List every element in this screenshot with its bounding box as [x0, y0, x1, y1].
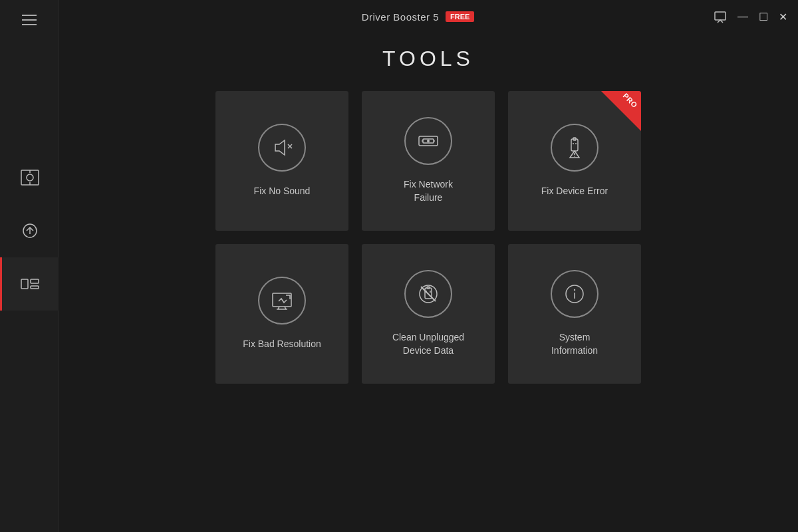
title-bar: Driver Booster 5 FREE — ☐ ✕ — [59, 0, 798, 33]
clean-device-icon — [404, 270, 452, 318]
svg-rect-8 — [31, 286, 39, 289]
tool-clean-unplugged[interactable]: Clean UnpluggedDevice Data — [362, 244, 495, 384]
main-content: Driver Booster 5 FREE — ☐ ✕ TOOLS — [59, 0, 798, 532]
svg-point-1 — [27, 174, 33, 181]
hamburger-icon — [22, 15, 37, 25]
clean-unplugged-label: Clean UnpluggedDevice Data — [392, 331, 464, 357]
sidebar-item-settings[interactable] — [0, 151, 59, 204]
sound-off-icon — [258, 124, 306, 172]
tool-fix-no-sound[interactable]: Fix No Sound — [215, 91, 348, 231]
tools-icon — [18, 272, 42, 296]
fix-bad-resolution-label: Fix Bad Resolution — [243, 338, 321, 351]
minimize-button[interactable]: — — [737, 11, 748, 23]
svg-point-37 — [574, 289, 575, 291]
page-title: TOOLS — [59, 47, 798, 71]
system-information-label: SystemInformation — [551, 331, 598, 357]
fix-network-label: Fix NetworkFailure — [404, 178, 453, 204]
svg-point-24 — [574, 156, 575, 157]
tool-system-information[interactable]: SystemInformation — [508, 244, 641, 384]
svg-rect-9 — [715, 12, 726, 20]
fix-no-sound-label: Fix No Sound — [254, 185, 311, 198]
close-button[interactable]: ✕ — [779, 11, 787, 23]
app-title: Driver Booster 5 — [362, 11, 439, 23]
tools-grid: Fix No Sound Fix NetworkFailure PRO — [59, 91, 798, 384]
fix-device-error-label: Fix Device Error — [541, 185, 608, 198]
tool-fix-network-failure[interactable]: Fix NetworkFailure — [362, 91, 495, 231]
menu-button[interactable] — [0, 0, 59, 40]
svg-rect-7 — [31, 279, 39, 283]
sidebar-item-tools[interactable] — [0, 257, 59, 311]
sidebar-item-backup[interactable] — [0, 204, 59, 257]
device-error-icon — [551, 124, 598, 172]
network-icon — [404, 117, 452, 165]
page-title-area: TOOLS — [59, 33, 798, 91]
maximize-button[interactable]: ☐ — [759, 11, 768, 23]
backup-icon — [18, 219, 42, 243]
svg-rect-6 — [21, 279, 28, 289]
settings-icon — [18, 166, 42, 190]
feedback-button[interactable] — [714, 10, 727, 23]
system-info-icon — [551, 270, 598, 318]
resolution-icon — [258, 277, 306, 325]
tool-fix-bad-resolution[interactable]: Fix Bad Resolution — [215, 244, 348, 384]
svg-point-15 — [427, 140, 430, 142]
title-bar-center: Driver Booster 5 FREE — [362, 11, 475, 23]
title-bar-controls: — ☐ ✕ — [714, 10, 787, 23]
sidebar — [0, 0, 59, 532]
svg-marker-10 — [275, 140, 285, 155]
tool-fix-device-error[interactable]: PRO Fix Device Error — [508, 91, 641, 231]
free-badge: FREE — [446, 11, 474, 22]
